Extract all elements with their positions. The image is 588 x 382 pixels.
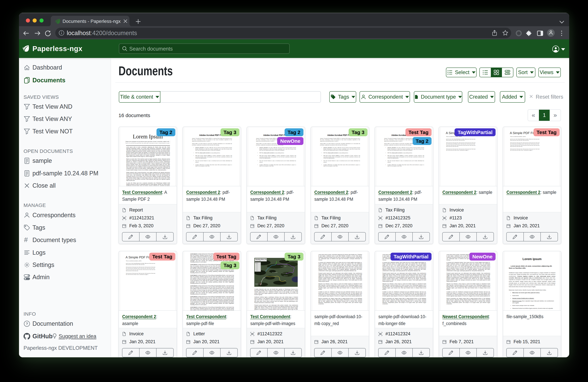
svg-text:Horseshoe Island: Horseshoe Island (281, 266, 286, 267)
svg-text:Legend: Legend (255, 263, 258, 263)
svg-text:Day 3: Day 3 (256, 267, 258, 267)
svg-text:Boundary Waters Trip: Boundary Waters Trip (255, 259, 267, 260)
svg-text:Day 4: Day 4 (256, 268, 258, 268)
svg-text:New Found Lake: New Found Lake (272, 272, 277, 273)
svg-text:Camp two nights: Camp two nights (282, 273, 287, 274)
svg-text:Day 5: Day 5 (256, 269, 258, 270)
svg-text:Ensign Lake: Ensign Lake (284, 275, 288, 276)
svg-text:Google Earth: Google Earth (255, 283, 262, 285)
svg-text:Day 1: Day 1 (256, 264, 258, 265)
svg-text:Six days in BWCA: Six days in BWCA (255, 260, 261, 261)
svg-text:Day 6: Day 6 (256, 270, 258, 271)
svg-text:Day 2: Day 2 (256, 265, 258, 266)
